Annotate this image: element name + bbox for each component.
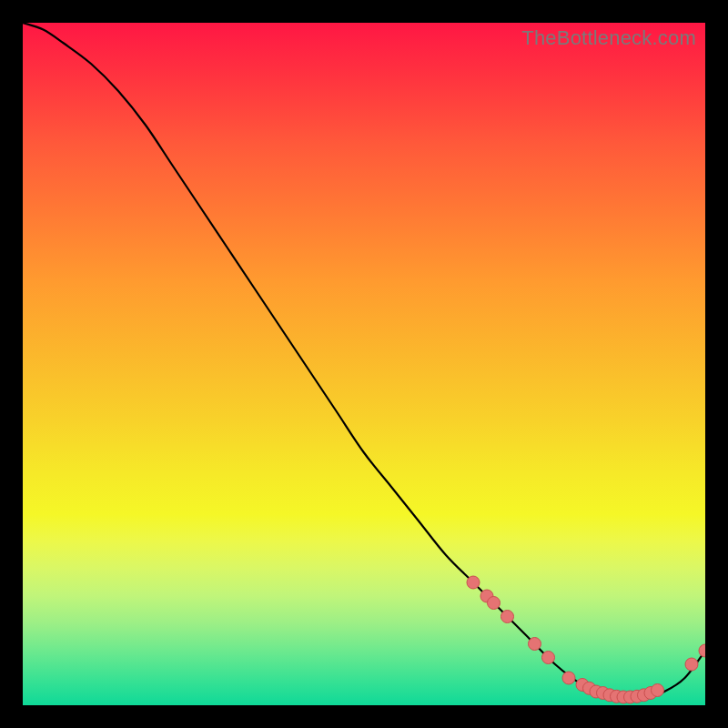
data-marker bbox=[562, 672, 575, 684]
marker-layer bbox=[467, 576, 705, 703]
curve-overlay bbox=[23, 23, 705, 705]
data-marker bbox=[488, 597, 500, 610]
chart-frame: TheBottleneck.com bbox=[0, 0, 728, 728]
data-marker bbox=[529, 638, 541, 651]
data-marker bbox=[685, 658, 698, 671]
data-marker bbox=[542, 652, 555, 664]
plot-area: TheBottleneck.com bbox=[23, 23, 705, 705]
data-marker bbox=[501, 611, 514, 623]
data-marker bbox=[652, 684, 664, 697]
bottleneck-curve bbox=[23, 23, 705, 699]
data-marker bbox=[467, 576, 480, 589]
data-marker bbox=[699, 644, 705, 657]
